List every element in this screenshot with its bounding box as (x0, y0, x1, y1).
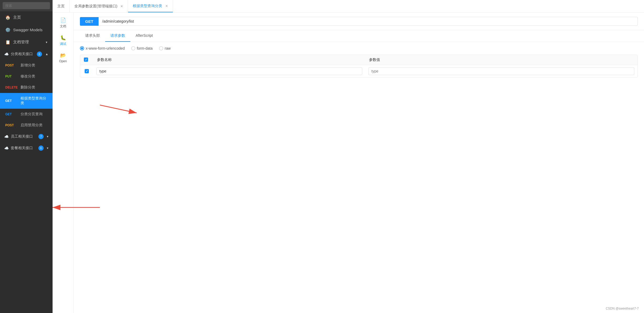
radio-urlencoded-label: x-www-form-urlencoded (86, 46, 125, 50)
params-table-header: 参数名称 参数值 (80, 55, 637, 65)
sidebar-swagger-label: Swagger Models (13, 28, 43, 32)
sub-sidebar-open-label: Open (59, 59, 67, 63)
api-label-add-category: 新增分类 (21, 63, 35, 68)
chevron-down-icon: ▾ (46, 40, 47, 44)
search-input[interactable] (3, 2, 50, 9)
chevron-down-package-icon: ▾ (47, 146, 48, 150)
th-param-name: 参数名称 (93, 55, 365, 65)
sub-sidebar-debug-label: 调试 (60, 42, 66, 46)
tab-category-query-label: 根据类型查询分类 (133, 4, 162, 8)
req-tab-headers-label: 请求头部 (85, 33, 100, 38)
sub-sidebar-doc-label: 文档 (60, 24, 66, 29)
req-tab-params-label: 请求参数 (110, 33, 125, 38)
chevron-up-icon: ▲ (45, 52, 48, 56)
doc-icon: 📄 (60, 17, 66, 23)
th-param-value: 参数值 (365, 55, 637, 65)
tab-home-label: 主页 (57, 4, 65, 9)
sidebar-home-label: 主页 (13, 15, 21, 20)
radio-urlencoded-circle (80, 46, 84, 50)
radio-formdata-circle (131, 46, 135, 50)
api-item-post-toggle-category[interactable]: POST 启用禁用分类 (0, 120, 53, 131)
sidebar-group-employee[interactable]: ☁️ 员工相关接口 7 ▾ (0, 131, 53, 142)
docmgmt-icon: 📋 (5, 40, 11, 45)
radio-formdata[interactable]: form-data (131, 46, 153, 50)
tab-global-params[interactable]: 全局参数设置(管理端接口) ✕ (70, 0, 128, 12)
tab-category-query[interactable]: 根据类型查询分类 ✕ (128, 0, 173, 12)
sub-sidebar-item-doc[interactable]: 📄 文档 (53, 15, 73, 31)
radio-formdata-label: form-data (137, 46, 153, 50)
employee-badge: 7 (38, 134, 44, 139)
api-item-put-edit-category[interactable]: PUT 修改分类 (0, 71, 53, 82)
sidebar-group-category[interactable]: ☁️ 分类相关接口 6 ▲ (0, 48, 53, 60)
sidebar-group-employee-label: 员工相关接口 (11, 134, 33, 139)
table-row (80, 65, 637, 77)
sidebar-group-package[interactable]: ☁️ 套餐相关接口 6 ▾ (0, 142, 53, 154)
header-checkbox[interactable] (84, 58, 88, 62)
category-badge: 6 (37, 51, 42, 57)
tab-global-params-close[interactable]: ✕ (120, 4, 123, 8)
request-tabs: 请求头部 请求参数 AfterScript (74, 30, 644, 42)
params-table: 参数名称 参数值 (80, 55, 638, 77)
method-badge: GET (80, 17, 99, 26)
url-bar: GET (74, 13, 644, 30)
row-checkbox[interactable] (85, 69, 89, 73)
req-tab-afterscript[interactable]: AfterScript (130, 30, 158, 42)
content-area: 📄 文档 🐛 调试 📂 Open GET 请求头部 (53, 13, 644, 313)
req-tab-params[interactable]: 请求参数 (105, 30, 130, 42)
chevron-down-employee-icon: ▾ (47, 135, 48, 138)
url-input[interactable] (99, 17, 638, 26)
sidebar: 🏠 主页 ⚙️ Swagger Models 📋 文档管理 ▾ ☁️ 分类相关接… (0, 0, 53, 313)
sidebar-docmgmt-label: 文档管理 (13, 40, 29, 45)
param-value-cell (365, 65, 637, 77)
api-label-edit-category: 修改分类 (21, 74, 35, 79)
package-badge: 6 (38, 145, 44, 151)
watermark: CSDN @sweetheart7-7 (606, 307, 639, 310)
cloud-icon-category: ☁️ (4, 52, 9, 56)
open-icon: 📂 (60, 53, 66, 58)
radio-raw[interactable]: raw (159, 46, 171, 50)
sub-sidebar-item-debug[interactable]: 🐛 调试 (53, 32, 73, 49)
param-name-input[interactable] (96, 67, 362, 75)
api-label-toggle-category: 启用禁用分类 (21, 123, 43, 128)
method-label-post2: POST (5, 123, 18, 127)
param-value-input[interactable] (369, 67, 634, 75)
api-item-delete-category[interactable]: DELETE 删除分类 (0, 82, 53, 93)
api-item-post-add-category[interactable]: POST 新增分类 (0, 60, 53, 71)
th-checkbox (80, 55, 93, 65)
sub-sidebar: 📄 文档 🐛 调试 📂 Open (53, 13, 74, 313)
row-checkbox-cell (80, 66, 93, 76)
param-name-cell (93, 65, 365, 77)
tab-home[interactable]: 主页 (53, 0, 70, 12)
sidebar-search-area (0, 0, 53, 11)
sidebar-group-category-label: 分类相关接口 (11, 52, 33, 56)
cloud-icon-package: ☁️ (4, 146, 9, 150)
main-area: 主页 全局参数设置(管理端接口) ✕ 根据类型查询分类 ✕ 📄 文档 🐛 调试 … (53, 0, 644, 313)
sidebar-item-swagger[interactable]: ⚙️ Swagger Models (0, 24, 53, 36)
debug-icon: 🐛 (60, 35, 66, 41)
tab-category-query-close[interactable]: ✕ (165, 4, 168, 8)
radio-urlencoded[interactable]: x-www-form-urlencoded (80, 46, 125, 50)
req-tab-headers[interactable]: 请求头部 (80, 30, 105, 42)
radio-raw-circle (159, 46, 163, 50)
cloud-icon-employee: ☁️ (4, 134, 9, 139)
sidebar-group-package-label: 套餐相关接口 (11, 146, 33, 150)
sub-sidebar-item-open[interactable]: 📂 Open (53, 50, 73, 66)
swagger-icon: ⚙️ (5, 27, 11, 32)
request-panel: GET 请求头部 请求参数 AfterScript (74, 13, 644, 313)
api-label-category-paged: 分类分页查询 (21, 112, 43, 117)
tab-bar: 主页 全局参数设置(管理端接口) ✕ 根据类型查询分类 ✕ (53, 0, 644, 13)
api-label-delete-category: 删除分类 (21, 85, 35, 90)
encoding-radio-group: x-www-form-urlencoded form-data raw (80, 46, 638, 50)
api-label-get-category-by-type: 根据类型查询分类 (21, 96, 48, 106)
method-label-get2: GET (5, 112, 18, 116)
method-label-put: PUT (5, 75, 18, 78)
method-label-delete: DELETE (5, 86, 18, 89)
sidebar-item-docmgmt[interactable]: 📋 文档管理 ▾ (0, 36, 53, 48)
home-icon: 🏠 (5, 15, 11, 20)
api-item-get-category-by-type[interactable]: GET 根据类型查询分类 (0, 93, 53, 109)
params-section: x-www-form-urlencoded form-data raw (74, 42, 644, 82)
sidebar-item-home[interactable]: 🏠 主页 (0, 11, 53, 24)
api-item-get-category-paged[interactable]: GET 分类分页查询 (0, 109, 53, 120)
tab-global-params-label: 全局参数设置(管理端接口) (74, 4, 117, 9)
method-label-post: POST (5, 64, 18, 67)
